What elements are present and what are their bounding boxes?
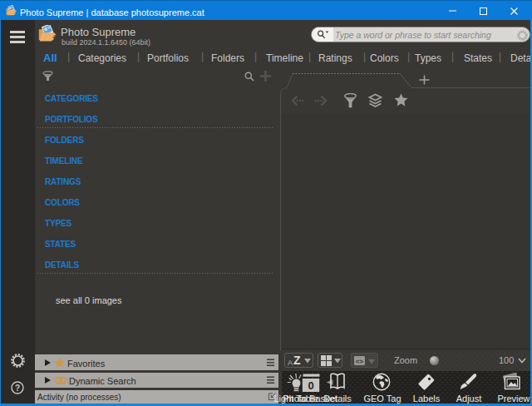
svg-text:?: ? [15, 384, 20, 393]
svg-text:<>: <> [356, 358, 364, 365]
svg-text:0: 0 [308, 379, 313, 392]
